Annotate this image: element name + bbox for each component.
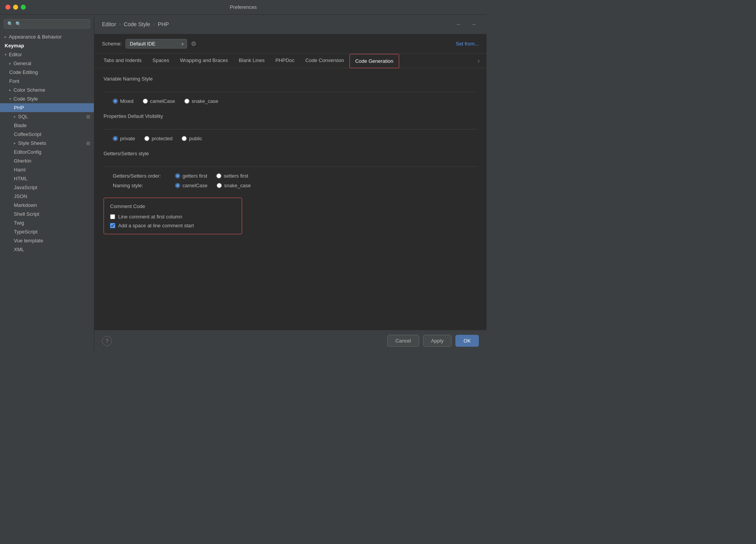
radio-setters-first[interactable]: setters first	[216, 173, 248, 179]
radio-snakecase-naming-input[interactable]	[217, 183, 222, 188]
search-box[interactable]: 🔍	[4, 19, 90, 29]
cancel-button[interactable]: Cancel	[387, 335, 419, 347]
apply-button[interactable]: Apply	[423, 335, 452, 347]
sidebar-item-html[interactable]: HTML	[0, 174, 94, 183]
tab-wrapping-braces[interactable]: Wrapping and Braces	[174, 54, 233, 68]
sidebar-item-markdown[interactable]: Markdown	[0, 201, 94, 210]
getters-setters-header: Getters/Setters style	[104, 151, 477, 162]
sidebar-item-label: Vue template	[14, 238, 43, 243]
radio-public[interactable]: public	[182, 136, 202, 141]
sidebar-item-json[interactable]: JSON	[0, 192, 94, 201]
radio-private-input[interactable]	[113, 136, 118, 141]
tab-spaces[interactable]: Spaces	[147, 54, 174, 68]
chevron-icon: ▸	[14, 114, 16, 119]
variable-naming-title: Variable Naming Style	[104, 76, 153, 82]
sidebar-item-label: Gherkin	[14, 158, 32, 164]
search-input[interactable]	[15, 21, 87, 27]
radio-private[interactable]: private	[113, 136, 135, 141]
chevron-icon: ▾	[5, 52, 7, 57]
radio-protected[interactable]: protected	[144, 136, 172, 141]
radio-mixed[interactable]: Mixed	[113, 98, 134, 104]
radio-snakecase-input[interactable]	[184, 99, 189, 104]
radio-setters-first-input[interactable]	[216, 173, 221, 178]
variable-naming-radios: Mixed camelCase snake_case	[104, 98, 477, 104]
sidebar-item-blade[interactable]: Blade	[0, 121, 94, 130]
tab-phpdoc[interactable]: PHPDoc	[270, 54, 300, 68]
radio-snakecase[interactable]: snake_case	[184, 98, 218, 104]
sidebar-item-style-sheets[interactable]: ▸ Style Sheets ▤	[0, 139, 94, 148]
sidebar-item-appearance[interactable]: ▸ Appearance & Behavior	[0, 32, 94, 41]
radio-protected-input[interactable]	[144, 136, 149, 141]
radio-camelcase[interactable]: camelCase	[143, 98, 175, 104]
checkbox-line-comment-first-input[interactable]	[110, 214, 115, 219]
breadcrumb: Editor › Code Style › PHP ← →	[94, 15, 487, 34]
sidebar-item-gherkin[interactable]: Gherkin	[0, 156, 94, 165]
sidebar-item-typescript[interactable]: TypeScript	[0, 227, 94, 236]
sidebar-item-javascript[interactable]: JavaScript	[0, 183, 94, 192]
checkbox-add-space[interactable]: Add a space at line comment start	[110, 223, 236, 228]
sidebar-item-coffeescript[interactable]: CoffeeScript	[0, 130, 94, 139]
chevron-icon: ▸	[5, 35, 7, 39]
breadcrumb-php: PHP	[158, 21, 169, 27]
sidebar-item-label: Haml	[14, 167, 25, 173]
radio-snakecase-naming[interactable]: snake_case	[217, 183, 251, 188]
section-divider-3	[104, 166, 477, 167]
tab-code-conversion[interactable]: Code Conversion	[300, 54, 349, 68]
checkbox-add-space-input[interactable]	[110, 223, 115, 228]
sidebar-item-font[interactable]: Font	[0, 77, 94, 86]
radio-camelcase-naming[interactable]: camelCase	[175, 183, 207, 188]
radio-getters-first-input[interactable]	[175, 173, 180, 178]
help-button[interactable]: ?	[102, 336, 112, 346]
sidebar-item-editorconfig[interactable]: EditorConfig	[0, 148, 94, 156]
sidebar-item-haml[interactable]: Haml	[0, 165, 94, 174]
tab-more-button[interactable]: ›	[475, 54, 483, 67]
sidebar-item-label: General	[13, 60, 31, 66]
sidebar-item-shell-script[interactable]: Shell Script	[0, 210, 94, 218]
tab-tabs-indents[interactable]: Tabs and Indents	[98, 54, 147, 68]
chevron-icon: ▸	[9, 88, 11, 92]
radio-public-label: public	[189, 136, 202, 141]
set-from-link[interactable]: Set from...	[456, 41, 479, 47]
search-icon: 🔍	[7, 21, 13, 27]
tab-code-generation[interactable]: Code Generation	[350, 54, 399, 68]
maximize-button[interactable]	[21, 5, 26, 10]
sidebar-item-label: Twig	[14, 220, 24, 226]
radio-public-input[interactable]	[182, 136, 187, 141]
nav-back-arrow[interactable]: ←	[453, 20, 464, 29]
gear-icon[interactable]: ⚙	[191, 40, 196, 47]
sidebar-item-label: Keymap	[5, 43, 24, 49]
main-layout: 🔍 ▸ Appearance & Behavior Keymap ▾ Edito…	[0, 15, 487, 351]
window-controls	[5, 5, 26, 10]
radio-setters-first-label: setters first	[224, 173, 248, 179]
radio-camelcase-naming-input[interactable]	[175, 183, 180, 188]
sidebar-item-code-editing[interactable]: Code Editing	[0, 68, 94, 77]
sidebar-item-twig[interactable]: Twig	[0, 218, 94, 227]
comment-code-box: Comment Code Line comment at first colum…	[104, 198, 242, 234]
tab-blank-lines[interactable]: Blank Lines	[233, 54, 270, 68]
sidebar-item-vue-template[interactable]: Vue template	[0, 236, 94, 245]
scheme-select[interactable]: Default IDE	[125, 39, 187, 49]
radio-getters-first[interactable]: getters first	[175, 173, 207, 179]
title-bar: Preferences	[0, 0, 487, 15]
sidebar-item-label: Blade	[14, 123, 27, 128]
nav-forward-arrow[interactable]: →	[468, 20, 479, 29]
radio-camelcase-input[interactable]	[143, 99, 148, 104]
sidebar-item-general[interactable]: ▸ General	[0, 59, 94, 68]
sidebar-item-sql[interactable]: ▸ SQL ▤	[0, 112, 94, 121]
sidebar-item-keymap[interactable]: Keymap	[0, 41, 94, 50]
ok-button[interactable]: OK	[455, 335, 479, 347]
close-button[interactable]	[5, 5, 10, 10]
sidebar-item-code-style[interactable]: ▾ Code Style	[0, 94, 94, 103]
sidebar-item-xml[interactable]: XML	[0, 245, 94, 254]
sidebar-item-color-scheme[interactable]: ▸ Color Scheme	[0, 86, 94, 94]
sidebar-item-editor[interactable]: ▾ Editor	[0, 50, 94, 59]
minimize-button[interactable]	[13, 5, 18, 10]
breadcrumb-editor: Editor	[102, 21, 116, 27]
footer: ? Cancel Apply OK	[94, 330, 487, 351]
checkbox-line-comment-first[interactable]: Line comment at first column	[110, 214, 236, 220]
getters-setters-section: Getters/Setters style Getters/Setters or…	[104, 151, 477, 188]
radio-protected-label: protected	[152, 136, 172, 141]
radio-mixed-input[interactable]	[113, 99, 118, 104]
sidebar-item-php[interactable]: PHP	[0, 103, 94, 112]
sidebar-item-label: PHP	[14, 105, 24, 111]
